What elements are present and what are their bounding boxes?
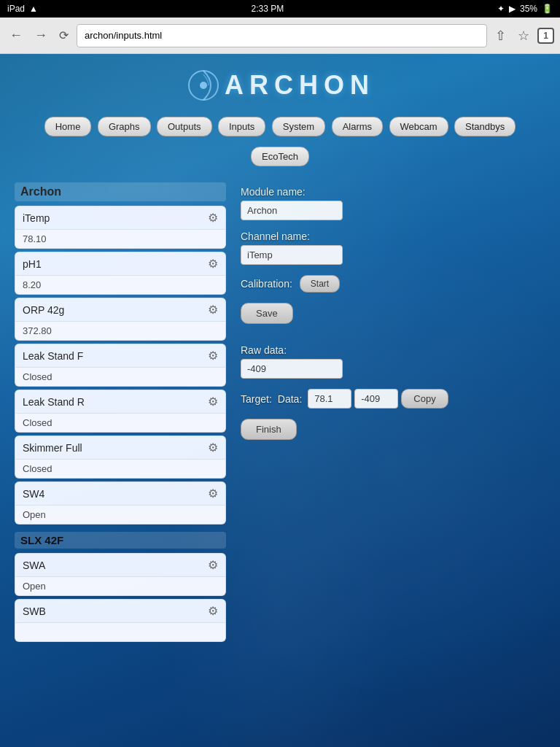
share-button[interactable]: ⇧ [491,26,510,45]
channel-card-swa: SWA ⚙ Open [15,553,226,596]
module-name-group: Module name: [241,186,545,220]
content-area: Archon iTemp ⚙ 78.10 pH1 ⚙ 8.20 [0,175,560,652]
nav-outputs[interactable]: Outputs [157,117,212,136]
channel-value-leak-f: Closed [15,368,225,386]
finish-button[interactable]: Finish [241,419,297,440]
module-name-input[interactable] [241,201,343,220]
nav-standbys[interactable]: Standbys [454,117,516,136]
channel-header-leak-r: Leak Stand R ⚙ [15,390,225,414]
channel-card-ph1: pH1 ⚙ 8.20 [15,252,226,295]
status-left: iPad ▲ [7,4,38,14]
gear-icon-orp[interactable]: ⚙ [208,303,218,317]
save-group: Save [241,303,545,334]
gear-icon-sw4[interactable]: ⚙ [208,487,218,500]
bluetooth-icon: ✦ [497,4,505,14]
data-input[interactable] [354,389,398,409]
channel-header-ph1: pH1 ⚙ [15,252,225,276]
battery-text: 35% [520,4,537,14]
battery-icon: 🔋 [542,4,553,14]
calibration-label: Calibration: [241,278,292,290]
channel-name-leak-f: Leak Stand F [23,350,83,362]
nav-bar-secondary: EcoTech [0,144,560,175]
gear-icon-leak-f[interactable]: ⚙ [208,349,218,363]
right-panel: Module name: Channel name: Calibration: … [241,182,545,645]
channel-card-leak-r: Leak Stand R ⚙ Closed [15,390,226,433]
start-button[interactable]: Start [300,275,340,293]
channel-card-sw4: SW4 ⚙ Open [15,481,226,525]
copy-button[interactable]: Copy [401,389,448,409]
channel-name-swb: SWB [23,605,46,617]
channel-value-leak-r: Closed [15,414,225,432]
gear-icon-swa[interactable]: ⚙ [208,558,218,572]
tab-count[interactable]: 1 [537,28,554,44]
nav-ecotech[interactable]: EcoTech [251,147,309,166]
calibration-row: Calibration: Start [241,275,545,293]
carrier-text: iPad [7,4,25,14]
channel-header-itemp: iTemp ⚙ [15,206,225,230]
nav-inputs[interactable]: Inputs [218,117,265,136]
module-name-label: Module name: [241,186,545,198]
target-label: Target: [241,393,272,405]
channel-header-skimmer: Skimmer Full ⚙ [15,436,225,460]
logo-area: ARCHON [0,61,560,109]
signal-icon: ▶ [509,4,516,14]
main-content: ARCHON Home Graphs Outputs Inputs System… [0,54,560,747]
gear-icon-ph1[interactable]: ⚙ [208,257,218,271]
channel-name-skimmer: Skimmer Full [23,442,82,454]
left-panel: Archon iTemp ⚙ 78.10 pH1 ⚙ 8.20 [15,182,226,645]
save-button[interactable]: Save [241,303,293,324]
wifi-icon: ▲ [29,4,38,14]
nav-system[interactable]: System [272,117,325,136]
gear-icon-leak-r[interactable]: ⚙ [208,395,218,409]
channel-card-itemp: iTemp ⚙ 78.10 [15,206,226,249]
forward-button[interactable]: → [31,26,51,44]
channel-header-orp: ORP 42g ⚙ [15,298,225,322]
channel-name-sw4: SW4 [23,488,44,500]
module-title-slx: SLX 42F [15,532,226,549]
channel-value-itemp: 78.10 [15,230,225,248]
svg-point-1 [200,82,207,89]
channel-name-input[interactable] [241,245,343,265]
channel-value-sw4: Open [15,506,225,524]
channel-name-swa: SWA [23,560,45,571]
status-bar: iPad ▲ 2:33 PM ✦ ▶ 35% 🔋 [0,0,560,18]
data-label: Data: [278,393,302,405]
raw-data-input[interactable] [241,359,343,379]
status-right: ✦ ▶ 35% 🔋 [497,4,553,14]
channel-value-skimmer: Closed [15,460,225,478]
channel-header-leak-f: Leak Stand F ⚙ [15,344,225,368]
nav-home[interactable]: Home [44,117,92,136]
channel-header-swa: SWA ⚙ [15,554,225,577]
channel-value-orp: 372.80 [15,322,225,340]
nav-bar-primary: Home Graphs Outputs Inputs System Alarms… [0,109,560,144]
logo-icon [185,67,222,104]
gear-icon-itemp[interactable]: ⚙ [208,211,218,225]
url-bar[interactable] [77,24,487,47]
channel-card-leak-f: Leak Stand F ⚙ Closed [15,344,226,387]
channel-value-swa: Open [15,577,225,595]
target-data-row: Target: Data: Copy [241,389,545,409]
target-input[interactable] [308,389,351,409]
gear-icon-skimmer[interactable]: ⚙ [208,441,218,454]
channel-name-group: Channel name: [241,231,545,265]
channel-name-ph1: pH1 [23,258,42,270]
channel-name-label: Channel name: [241,231,545,242]
raw-data-group: Raw data: [241,344,545,379]
channel-value-swb [15,623,225,641]
back-button[interactable]: ← [6,26,26,44]
nav-webcam[interactable]: Webcam [389,117,448,136]
channel-card-orp: ORP 42g ⚙ 372.80 [15,298,226,341]
bookmark-button[interactable]: ☆ [514,26,533,45]
channel-header-sw4: SW4 ⚙ [15,482,225,506]
channel-header-swb: SWB ⚙ [15,600,225,623]
channel-name-itemp: iTemp [23,212,50,224]
nav-graphs[interactable]: Graphs [98,117,151,136]
channel-value-ph1: 8.20 [15,276,225,294]
channel-card-skimmer: Skimmer Full ⚙ Closed [15,436,226,479]
browser-bar: ← → ⟳ ⇧ ☆ 1 [0,18,560,54]
gear-icon-swb[interactable]: ⚙ [208,604,218,618]
status-time: 2:33 PM [252,4,284,14]
nav-alarms[interactable]: Alarms [332,117,383,136]
channel-card-swb: SWB ⚙ [15,599,226,642]
refresh-button[interactable]: ⟳ [55,27,72,44]
